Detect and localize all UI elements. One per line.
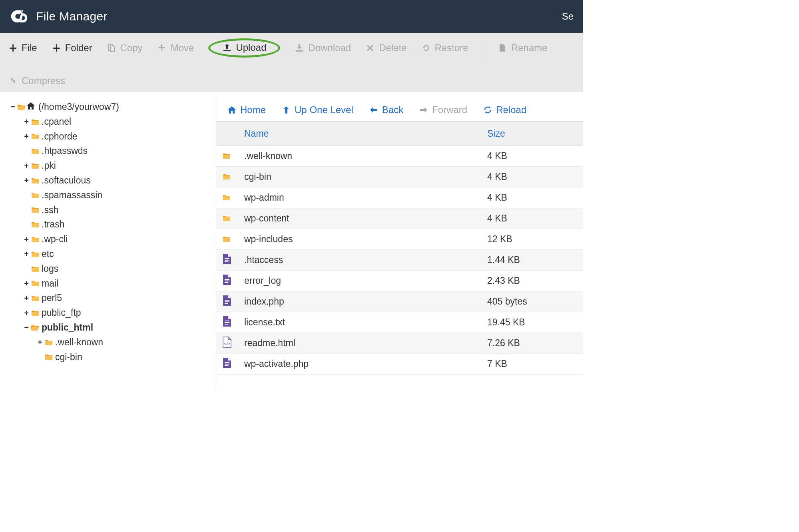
table-row[interactable]: </>readme.html7.26 KB bbox=[216, 333, 583, 354]
new-file-button[interactable]: File bbox=[8, 38, 37, 58]
compress-button[interactable]: Compress bbox=[8, 75, 65, 86]
tree-root-row[interactable]: − (/home3/yourwow7) bbox=[10, 100, 212, 114]
folder-icon bbox=[31, 266, 38, 272]
home-icon bbox=[227, 106, 236, 114]
svg-rect-2 bbox=[225, 258, 229, 259]
nav-up-button[interactable]: Up One Level bbox=[282, 104, 353, 116]
nav-forward-button[interactable]: Forward bbox=[419, 104, 467, 116]
file-table: Name Size .well-known4 KBcgi-bin4 KBwp-a… bbox=[216, 122, 583, 375]
tree-toggle[interactable]: + bbox=[23, 233, 30, 246]
row-name: index.php bbox=[240, 296, 487, 307]
tree-toggle-collapse[interactable]: − bbox=[23, 321, 30, 334]
tree-item-label: .cpanel bbox=[42, 114, 71, 129]
table-row[interactable]: license.txt19.45 KB bbox=[216, 312, 583, 333]
file-table-header: Name Size bbox=[216, 122, 583, 146]
tree-item[interactable]: +.softaculous bbox=[23, 173, 212, 188]
tree-toggle[interactable]: + bbox=[37, 336, 43, 349]
tree-item[interactable]: +.spamassassin bbox=[23, 188, 212, 203]
tree-toggle[interactable]: + bbox=[23, 247, 30, 260]
table-row[interactable]: .well-known4 KB bbox=[216, 146, 583, 167]
tree-toggle[interactable]: + bbox=[23, 174, 30, 187]
row-name: wp-admin bbox=[240, 192, 487, 203]
tree-item[interactable]: +.cpanel bbox=[23, 114, 212, 129]
tree-item[interactable]: +logs bbox=[23, 261, 212, 276]
new-folder-button[interactable]: Folder bbox=[52, 38, 92, 58]
toolbar-label: Move bbox=[171, 42, 194, 54]
row-size: 4 KB bbox=[487, 151, 583, 161]
folder-icon bbox=[223, 234, 233, 243]
svg-rect-3 bbox=[225, 260, 229, 261]
file-icon bbox=[223, 274, 231, 285]
svg-rect-6 bbox=[225, 281, 229, 281]
copy-button[interactable]: Copy bbox=[107, 38, 143, 58]
rename-button[interactable]: Rename bbox=[498, 38, 548, 58]
tree-toggle-collapse[interactable]: − bbox=[10, 100, 16, 113]
tree-item[interactable]: +.htpasswds bbox=[23, 143, 212, 158]
tree-item-label: cgi-bin bbox=[55, 350, 82, 365]
tree-toggle[interactable]: + bbox=[23, 292, 30, 305]
nav-label: Forward bbox=[432, 104, 467, 116]
row-name: wp-activate.php bbox=[240, 359, 487, 369]
row-size: 7 KB bbox=[487, 359, 583, 369]
column-header-name[interactable]: Name bbox=[240, 128, 487, 139]
tree-item-label: .cphorde bbox=[42, 129, 78, 144]
upload-button[interactable]: Upload bbox=[222, 42, 266, 53]
row-name: readme.html bbox=[240, 338, 487, 349]
tree-item[interactable]: +etc bbox=[23, 247, 212, 261]
tree-item-label: .softaculous bbox=[42, 173, 91, 188]
nav-home-button[interactable]: Home bbox=[227, 104, 266, 116]
table-row[interactable]: wp-admin4 KB bbox=[216, 187, 583, 208]
home-icon bbox=[26, 100, 35, 114]
tree-item[interactable]: +.well-known bbox=[37, 335, 212, 350]
svg-rect-10 bbox=[225, 303, 228, 304]
tree-item[interactable]: +.pki bbox=[23, 158, 212, 173]
tree-item[interactable]: +.wp-cli bbox=[23, 232, 212, 247]
tree-toggle[interactable]: + bbox=[23, 307, 30, 319]
tree-toggle[interactable]: + bbox=[23, 115, 30, 128]
nav-reload-button[interactable]: Reload bbox=[483, 104, 526, 116]
tree-item-public-html[interactable]: −public_html bbox=[23, 320, 212, 335]
tree-toggle[interactable]: + bbox=[23, 277, 30, 290]
tree-toggle[interactable]: + bbox=[23, 159, 30, 172]
tree-item[interactable]: +.ssh bbox=[23, 203, 212, 217]
file-nav-bar: Home Up One Level Back Forward Reload bbox=[216, 100, 583, 122]
tree-item[interactable]: +.trash bbox=[23, 217, 212, 232]
svg-rect-13 bbox=[225, 324, 228, 325]
tree-item[interactable]: +public_ftp bbox=[23, 305, 212, 320]
main-area: − (/home3/yourwow7) +.cpanel+.cphorde+.h… bbox=[0, 92, 583, 389]
tree-toggle[interactable]: + bbox=[23, 130, 30, 143]
folder-icon bbox=[45, 339, 52, 345]
folder-icon bbox=[223, 192, 233, 201]
folder-icon bbox=[31, 163, 38, 169]
folder-icon bbox=[223, 151, 233, 159]
table-row[interactable]: wp-activate.php7 KB bbox=[216, 354, 583, 375]
tree-root-label: (/home3/yourwow7) bbox=[38, 100, 119, 114]
folder-open-icon bbox=[18, 104, 25, 110]
tree-item[interactable]: +perl5 bbox=[23, 291, 212, 305]
nav-label: Home bbox=[240, 104, 266, 116]
delete-button[interactable]: Delete bbox=[365, 38, 406, 58]
column-header-size[interactable]: Size bbox=[487, 128, 583, 139]
table-row[interactable]: index.php405 bytes bbox=[216, 291, 583, 312]
row-name: license.txt bbox=[240, 317, 487, 328]
app-title: File Manager bbox=[36, 10, 108, 23]
arrow-left-icon bbox=[369, 107, 378, 113]
restore-button[interactable]: Restore bbox=[421, 38, 468, 58]
row-name: error_log bbox=[240, 275, 487, 286]
move-button[interactable]: Move bbox=[157, 38, 194, 58]
table-row[interactable]: wp-content4 KB bbox=[216, 208, 583, 229]
tree-toggle: + bbox=[37, 351, 43, 363]
tree-item[interactable]: +.cphorde bbox=[23, 129, 212, 144]
folder-icon bbox=[31, 310, 38, 316]
tree-item[interactable]: +cgi-bin bbox=[37, 350, 212, 365]
tree-item[interactable]: +mail bbox=[23, 276, 212, 291]
nav-back-button[interactable]: Back bbox=[369, 104, 403, 116]
table-row[interactable]: wp-includes12 KB bbox=[216, 229, 583, 250]
table-row[interactable]: cgi-bin4 KB bbox=[216, 167, 583, 187]
download-button[interactable]: Download bbox=[295, 38, 351, 58]
table-row[interactable]: error_log2.43 KB bbox=[216, 271, 583, 291]
row-size: 4 KB bbox=[487, 171, 583, 182]
tree-item-label: .well-known bbox=[55, 335, 103, 350]
app-header: File Manager Se bbox=[0, 0, 583, 33]
table-row[interactable]: .htaccess1.44 KB bbox=[216, 250, 583, 271]
